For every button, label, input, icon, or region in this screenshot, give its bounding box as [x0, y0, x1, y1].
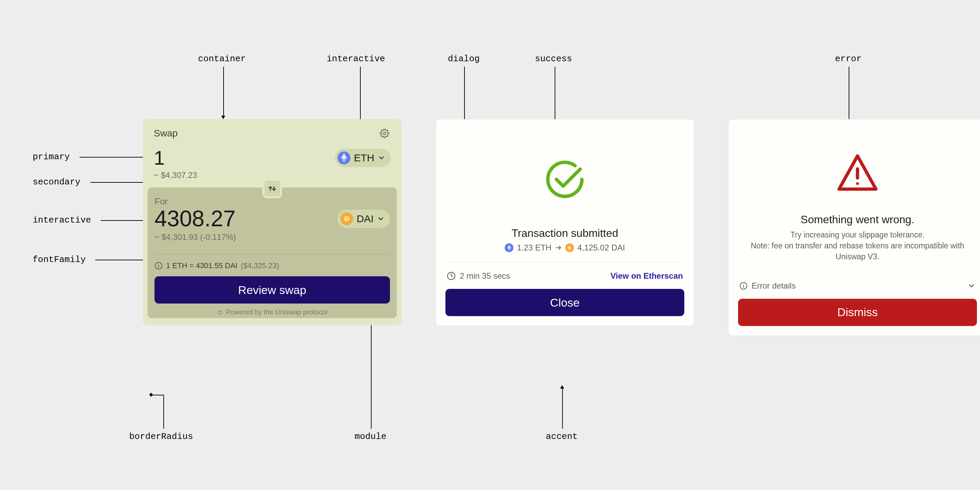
error-title: Something went wrong. [738, 213, 977, 226]
swap-title: Swap [154, 128, 178, 139]
svg-point-13 [856, 182, 859, 185]
check-circle-icon [544, 159, 585, 200]
annotation-module: module [355, 431, 387, 442]
leader-line [562, 388, 563, 429]
svg-point-16 [743, 284, 744, 285]
to-token-selector[interactable]: DAI [337, 210, 390, 228]
dai-icon [565, 243, 574, 252]
to-token-symbol: DAI [356, 213, 374, 224]
error-details-toggle[interactable]: Error details [738, 272, 977, 291]
arrow-down-icon [221, 116, 225, 119]
leader-line [464, 67, 465, 128]
swap-from-amount[interactable]: 1 [154, 148, 165, 169]
alert-triangle-icon [835, 152, 880, 193]
from-token-selector[interactable]: ETH [335, 149, 391, 167]
arrow-right-icon [555, 244, 562, 251]
info-icon [154, 262, 163, 270]
uniswap-icon [217, 309, 223, 315]
error-dialog: Something went wrong. Try increasing you… [728, 119, 980, 336]
info-icon [740, 282, 748, 290]
annotation-interactive-mid: interactive [33, 215, 91, 225]
annotation-font-family: fontFamily [33, 255, 86, 265]
swap-module: For 4308.27 DAI ~ $4,301.93 (-0.117%) 1 … [148, 188, 397, 318]
swap-rate-text: 1 ETH = 4301.55 DAI [166, 261, 237, 270]
leader-line [80, 157, 143, 158]
annotation-border-radius: borderRadius [129, 431, 193, 442]
annotation-error: error [835, 54, 862, 64]
leader-dot [149, 393, 153, 396]
powered-by-text: Powered by the Uniswap protocol [226, 308, 327, 316]
dai-icon [340, 212, 353, 225]
leader-line [371, 310, 372, 429]
swap-rate-usd: ($4,325.23) [241, 261, 279, 270]
swap-to-usd: ~ $4,301.93 (-0.117%) [154, 232, 390, 242]
swap-to-amount: 4308.27 [154, 207, 236, 231]
swap-container: Swap 1 ETH ~ $4,307.23 For [143, 119, 401, 325]
success-subline: 1.23 ETH 4,125.02 DAI [445, 243, 684, 253]
settings-button[interactable] [379, 127, 391, 140]
elapsed-time: 2 min 35 secs [447, 271, 510, 281]
annotation-accent: accent [546, 431, 578, 442]
error-details-label: Error details [752, 281, 795, 291]
error-details-left: Error details [740, 281, 795, 291]
eth-icon [504, 243, 514, 252]
chevron-down-icon [377, 215, 385, 223]
dismiss-button[interactable]: Dismiss [738, 299, 977, 326]
chevron-down-icon [967, 282, 975, 290]
annotation-container: container [198, 54, 246, 64]
svg-point-5 [158, 264, 159, 265]
swap-arrows-icon [268, 184, 277, 193]
swap-header: Swap [143, 127, 401, 146]
success-meta-row: 2 min 35 secs View on Etherscan [445, 262, 684, 281]
swap-from-line: 1 ETH [154, 148, 391, 169]
gear-icon [380, 129, 389, 138]
annotation-secondary: secondary [33, 177, 80, 187]
annotation-success: success [535, 54, 572, 64]
from-token-symbol: ETH [354, 152, 374, 164]
annotation-interactive-top: interactive [327, 54, 385, 64]
arrow-up-icon [560, 385, 564, 388]
swap-rate-row: 1 ETH = 4301.55 DAI ($4,325.23) [154, 254, 390, 270]
swap-direction-button[interactable] [262, 179, 282, 198]
review-swap-button[interactable]: Review swap [154, 276, 390, 304]
leader-line [163, 395, 164, 429]
annotation-primary: primary [33, 152, 70, 162]
success-from-amount: 1.23 ETH [517, 243, 551, 253]
eth-icon [337, 151, 350, 164]
annotation-dialog: dialog [448, 54, 480, 64]
success-icon-wrap [445, 132, 684, 217]
leader-line [91, 182, 143, 183]
leader-line [223, 67, 224, 116]
swap-to-line: 4308.27 DAI [154, 207, 390, 231]
swap-to-row: 4308.27 DAI ~ $4,301.93 (-0.117%) [148, 207, 397, 248]
success-dialog: Transaction submitted 1.23 ETH 4,125.02 … [436, 119, 694, 326]
view-on-etherscan-link[interactable]: View on Etherscan [611, 271, 683, 281]
elapsed-text: 2 min 35 secs [460, 271, 510, 281]
close-button[interactable]: Close [445, 289, 684, 316]
powered-by-label: Powered by the Uniswap protocol [148, 308, 397, 318]
svg-point-7 [221, 311, 221, 312]
chevron-down-icon [378, 154, 385, 162]
error-body: Try increasing your slippage tolerance. … [738, 229, 977, 262]
leader-line [95, 259, 143, 260]
svg-point-0 [383, 132, 386, 135]
clock-icon [447, 272, 456, 280]
error-icon-wrap [738, 132, 977, 203]
success-to-amount: 4,125.02 DAI [578, 243, 625, 253]
svg-point-6 [219, 311, 220, 312]
success-title: Transaction submitted [445, 227, 684, 240]
